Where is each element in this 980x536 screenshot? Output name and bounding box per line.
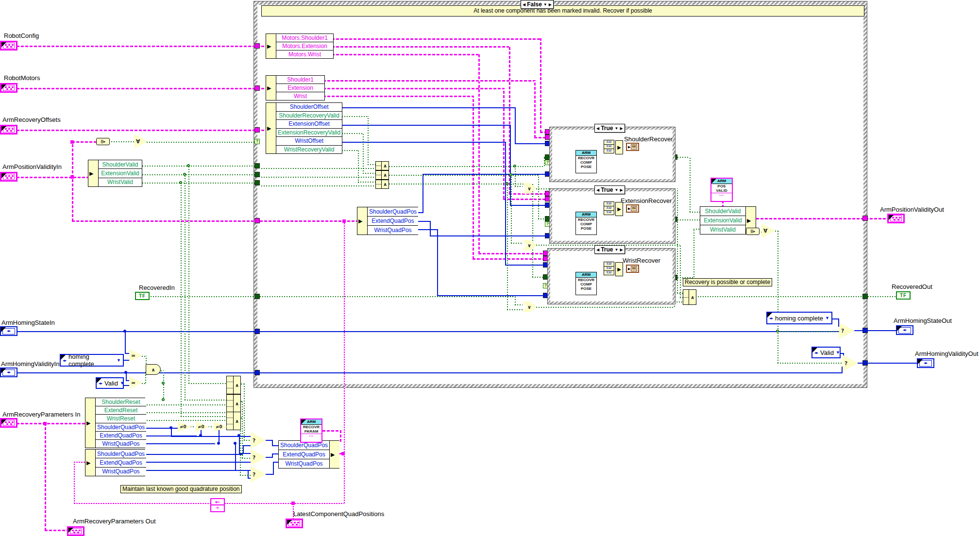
bundle-node[interactable]: ▶ bbox=[615, 262, 623, 276]
bundle-row[interactable]: ExtendQuadPos bbox=[368, 217, 418, 226]
and-node[interactable]: ∧ bbox=[375, 161, 389, 170]
robot-config-terminal[interactable] bbox=[0, 41, 17, 50]
main-case-selector[interactable]: ◀ False ▼ ▶ bbox=[521, 0, 554, 9]
cluster-to-array-node[interactable]: ≣▸ bbox=[96, 138, 110, 145]
position-write-node[interactable]: ▶ 06 bbox=[626, 204, 639, 213]
arm-recover-comp-pose-vi[interactable]: ARM RECOVR COMP POSE bbox=[575, 150, 597, 173]
and-node[interactable]: ∧ bbox=[375, 170, 389, 180]
bundle-row[interactable]: ExtendQuadPos bbox=[96, 458, 146, 467]
case-next-icon[interactable]: ▶ bbox=[620, 126, 623, 131]
bundle-row[interactable]: ExtensionValid bbox=[700, 216, 745, 225]
compound-and-node[interactable]: ∧ bbox=[226, 394, 241, 413]
unbundle-recovery-params[interactable]: ▶ ShoulderReset ExtendReset WristReset S… bbox=[85, 398, 145, 448]
bundle-row[interactable]: Motors.Wrist bbox=[276, 50, 333, 58]
robot-motors-terminal[interactable] bbox=[0, 83, 17, 93]
bundle-row[interactable]: Shoulder1 bbox=[276, 76, 324, 84]
equal-node[interactable]: = bbox=[129, 376, 142, 389]
bundle-row[interactable]: WristValid bbox=[700, 225, 745, 234]
arm-recover-comp-pose-vi[interactable]: ARM RECOVR COMP POSE bbox=[575, 272, 597, 295]
arm-pos-valid-type-vi[interactable]: ARM POS VALID ▪▪▪ bbox=[710, 178, 733, 202]
shoulder-case-selector[interactable]: ◀ True ▼ ▶ bbox=[594, 124, 625, 133]
not-equal-zero-node[interactable]: ≠0 bbox=[196, 421, 209, 432]
case-dropdown-icon[interactable]: ▼ bbox=[615, 126, 619, 131]
arm-recover-comp-pose-vi[interactable]: ARM RECOVR COMP POSE bbox=[575, 212, 597, 235]
and-array-elements-node[interactable]: ∀ bbox=[134, 134, 148, 149]
compound-and-node[interactable]: ∧ bbox=[683, 289, 696, 305]
select-node[interactable]: ? bbox=[251, 449, 266, 466]
arm-homing-state-in-terminal[interactable]: ◂▸ bbox=[0, 326, 17, 336]
case-next-icon[interactable]: ▶ bbox=[549, 2, 552, 7]
case-prev-icon[interactable]: ◀ bbox=[596, 188, 599, 192]
unbundle-recovery-offsets[interactable]: ▶ ShoulderOffset ShoulderRecoveryValid E… bbox=[266, 102, 342, 154]
bundle-row[interactable]: WristRecoveryValid bbox=[276, 146, 342, 154]
bundle-row[interactable]: WristOffset bbox=[276, 137, 342, 146]
select-node[interactable]: ? bbox=[251, 432, 266, 449]
and-node[interactable]: ∧ bbox=[375, 180, 389, 189]
bundle-row[interactable]: ShoulderRecoveryValid bbox=[276, 112, 342, 120]
case-prev-icon[interactable]: ◀ bbox=[596, 126, 599, 131]
bundle-row[interactable]: ExtensionRecoveryValid bbox=[276, 129, 342, 137]
i32-node[interactable]: I32 bbox=[604, 210, 614, 215]
bundle-row[interactable]: ShoulderQuadPos bbox=[96, 450, 146, 458]
i32-node[interactable]: I32 bbox=[604, 270, 614, 275]
unbundle-robot-motors[interactable]: ▶ Shoulder1 Extension Wrist bbox=[266, 75, 325, 100]
valid-enum-left[interactable]: ◂▸ Valid ▼ bbox=[96, 377, 124, 389]
bundle-row[interactable]: ShoulderReset bbox=[96, 398, 146, 406]
wrist-case-selector[interactable]: ◀ True ▼ ▶ bbox=[594, 245, 625, 254]
and-gate-node[interactable]: ∧ bbox=[146, 364, 161, 375]
case-dropdown-icon[interactable]: ▼ bbox=[615, 188, 619, 192]
dropdown-icon[interactable]: ▼ bbox=[836, 350, 840, 355]
bundle-row[interactable]: WristQuadPos bbox=[368, 226, 418, 234]
latest-component-quad-positions-terminal[interactable] bbox=[286, 519, 303, 528]
bundle-row[interactable]: ShoulderOffset bbox=[276, 103, 342, 112]
arm-homing-validity-out-terminal[interactable]: ◂▸ bbox=[917, 358, 934, 368]
position-write-node[interactable]: ▶ 06 bbox=[626, 143, 639, 151]
select-node[interactable]: ? bbox=[251, 466, 266, 483]
case-prev-icon[interactable]: ◀ bbox=[523, 2, 525, 7]
dropdown-icon[interactable]: ▼ bbox=[117, 358, 121, 363]
bundle-node[interactable]: ▶ bbox=[615, 202, 623, 216]
bundle-row[interactable]: Motors.Extension bbox=[276, 42, 333, 50]
bundle-row[interactable]: ExtendQuadPos bbox=[96, 432, 146, 440]
unbundle-motors-config[interactable]: ▶ Motors.Shoulder1 Motors.Extension Moto… bbox=[266, 34, 334, 59]
arm-homing-validity-in-terminal[interactable]: ◂▸ bbox=[0, 368, 17, 377]
valid-enum-right[interactable]: ◂▸ Valid ▼ bbox=[811, 347, 841, 358]
not-equal-zero-node[interactable]: ≠0 bbox=[178, 421, 191, 432]
unbundle-last-quad-pos[interactable]: ▶ ShoulderQuadPos ExtendQuadPos WristQua… bbox=[85, 449, 145, 476]
cluster-to-array-node[interactable]: ≣▸ bbox=[746, 228, 760, 235]
position-write-node[interactable]: ▶ 06 bbox=[626, 265, 639, 273]
bundle-row[interactable]: ShoulderValid bbox=[700, 207, 745, 216]
to-i32-stack[interactable]: I32I32I32 bbox=[604, 262, 614, 275]
bundle-row[interactable]: ExtensionValid bbox=[99, 169, 142, 178]
bundle-row[interactable]: WristValid bbox=[99, 178, 142, 186]
not-equal-zero-node[interactable]: ≠0 bbox=[214, 421, 227, 432]
case-prev-icon[interactable]: ◀ bbox=[596, 248, 599, 252]
extension-case-selector[interactable]: ◀ True ▼ ▶ bbox=[594, 185, 625, 194]
dropdown-icon[interactable]: ▼ bbox=[120, 381, 124, 385]
to-i32-stack[interactable]: I32I32I32 bbox=[604, 140, 614, 153]
bundle-row[interactable]: WristQuadPos bbox=[96, 468, 146, 476]
bundle-row[interactable]: ExtendReset bbox=[96, 406, 146, 415]
arm-recovery-parameters-in-terminal[interactable] bbox=[0, 418, 17, 428]
homing-complete-enum-right[interactable]: ◂▸ homing complete ▼ bbox=[766, 312, 832, 324]
homing-complete-enum-left[interactable]: ◂▸ homing complete ▼ bbox=[60, 354, 124, 367]
compound-and-node[interactable]: ∧ bbox=[226, 376, 241, 394]
bundle-row[interactable]: ShoulderValid bbox=[99, 160, 142, 169]
arm-position-validity-out-terminal[interactable] bbox=[887, 214, 905, 223]
case-next-icon[interactable]: ▶ bbox=[620, 188, 623, 192]
unbundle-quad-pos[interactable]: ▶ ShoulderQuadPos ExtendQuadPos WristQua… bbox=[357, 207, 418, 235]
bundle-node[interactable]: ▶ bbox=[615, 140, 623, 154]
case-next-icon[interactable]: ▶ bbox=[620, 248, 623, 252]
bundle-row[interactable]: WristQuadPos bbox=[279, 459, 329, 468]
bundle-row[interactable]: ExtendQuadPos bbox=[279, 450, 329, 459]
bundle-row[interactable]: ShoulderQuadPos bbox=[96, 423, 146, 432]
bundle-row[interactable]: Extension bbox=[276, 84, 324, 92]
arm-homing-state-out-terminal[interactable]: ◂▸ bbox=[896, 325, 913, 335]
arm-recovery-parameters-out-terminal[interactable] bbox=[67, 526, 84, 536]
unbundle-validity-in[interactable]: ▶ ShoulderValid ExtensionValid WristVali… bbox=[88, 160, 142, 187]
bundle-row[interactable]: Wrist bbox=[276, 92, 324, 100]
bundle-row[interactable]: Motors.Shoulder1 bbox=[276, 34, 333, 42]
arm-recovr-param-type-vi[interactable]: ARM RECOVR PARAM ▪▪▪ bbox=[300, 419, 322, 443]
dropdown-icon[interactable]: ▼ bbox=[825, 316, 829, 320]
recovered-out-terminal[interactable]: TF bbox=[896, 291, 911, 300]
